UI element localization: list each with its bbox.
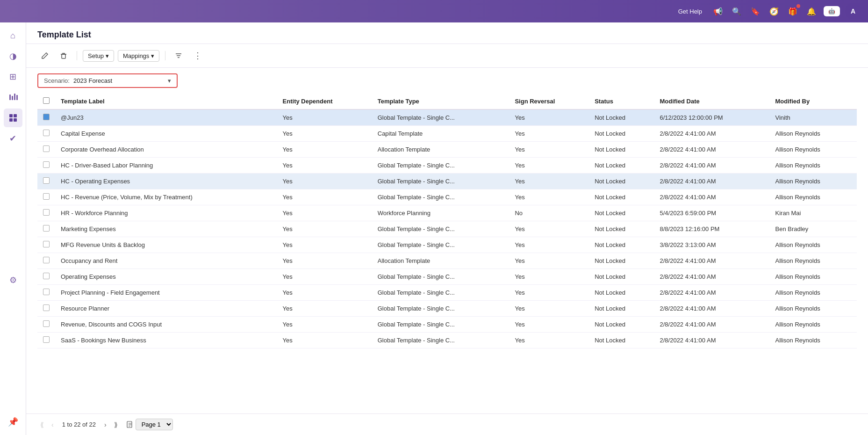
table-row[interactable]: HC - Driver-Based Labor PlanningYesGloba…: [37, 158, 857, 174]
cell-templateLabel: @Jun23: [55, 109, 277, 126]
sidebar-item-reports[interactable]: [4, 88, 22, 107]
sidebar-item-templates[interactable]: [4, 109, 22, 127]
table-row[interactable]: HR - Workforce PlanningYesWorkforce Plan…: [37, 205, 857, 221]
table-row[interactable]: Revenue, Discounts and COGS InputYesGlob…: [37, 317, 857, 333]
last-page-button[interactable]: ⟫: [111, 419, 121, 430]
edit-button[interactable]: [37, 50, 52, 61]
row-checkbox[interactable]: [43, 145, 50, 152]
next-page-button[interactable]: ›: [101, 419, 109, 430]
table-row[interactable]: MFG Revenue Units & BacklogYesGlobal Tem…: [37, 237, 857, 253]
row-checkbox-cell[interactable]: [37, 189, 55, 205]
filter-button[interactable]: [171, 50, 186, 61]
cell-signReversal: Yes: [509, 174, 589, 189]
page-select[interactable]: Page 1: [136, 419, 173, 430]
delete-button[interactable]: [56, 50, 71, 61]
sidebar-item-activity[interactable]: ◑: [4, 47, 22, 65]
table-row[interactable]: Corporate Overhead AllocationYesAllocati…: [37, 142, 857, 158]
row-checkbox-cell[interactable]: [37, 301, 55, 317]
row-checkbox[interactable]: [43, 114, 50, 120]
sidebar-item-tasks[interactable]: ✔: [4, 129, 22, 148]
row-checkbox-cell[interactable]: [37, 205, 55, 221]
cell-templateLabel: MFG Revenue Units & Backlog: [55, 237, 277, 253]
table-row[interactable]: HC - Operating ExpensesYesGlobal Templat…: [37, 174, 857, 189]
scenario-select-wrap[interactable]: Scenario: 2023 Forecast ▾: [37, 73, 178, 88]
row-checkbox[interactable]: [43, 209, 50, 216]
cell-entityDependent: Yes: [277, 158, 372, 174]
cell-modifiedDate: 2/8/2022 4:41:00 AM: [654, 174, 769, 189]
row-checkbox[interactable]: [43, 241, 50, 247]
table-row[interactable]: Marketing ExpensesYesGlobal Template - S…: [37, 221, 857, 237]
table-row[interactable]: SaaS - Bookings New BusinessYesGlobal Te…: [37, 333, 857, 348]
search-icon[interactable]: 🔍: [730, 5, 743, 18]
cell-entityDependent: Yes: [277, 301, 372, 317]
cell-modifiedDate: 2/8/2022 4:41:00 AM: [654, 269, 769, 285]
megaphone-icon[interactable]: 📢: [711, 5, 725, 18]
row-checkbox-cell[interactable]: [37, 253, 55, 269]
cell-modifiedBy: Allison Reynolds: [770, 189, 857, 205]
avatar[interactable]: A: [846, 4, 861, 19]
cell-modifiedBy: Allison Reynolds: [770, 253, 857, 269]
table-row[interactable]: Project Planning - Field EngagementYesGl…: [37, 285, 857, 301]
get-help-link[interactable]: Get Help: [678, 8, 702, 15]
header-template-label: Template Label: [55, 94, 277, 109]
more-button[interactable]: ⋮: [190, 49, 206, 63]
header-sign-reversal: Sign Reversal: [509, 94, 589, 109]
bot-button[interactable]: 🤖: [824, 6, 840, 16]
table-row[interactable]: Capital ExpenseYesCapital TemplateYesNot…: [37, 126, 857, 142]
row-checkbox-cell[interactable]: [37, 158, 55, 174]
page-range-text: 1 to 22 of 22: [62, 421, 96, 428]
row-checkbox[interactable]: [43, 289, 50, 295]
sidebar-item-pin[interactable]: 📌: [4, 413, 22, 431]
cell-signReversal: Yes: [509, 237, 589, 253]
header-checkbox[interactable]: [37, 94, 55, 109]
row-checkbox-cell[interactable]: [37, 333, 55, 348]
row-checkbox[interactable]: [43, 273, 50, 279]
row-checkbox-cell[interactable]: [37, 237, 55, 253]
cell-templateType: Global Template - Single C...: [372, 269, 509, 285]
setup-dropdown[interactable]: Setup ▾: [83, 50, 114, 62]
sidebar-item-dashboard[interactable]: ⊞: [4, 67, 22, 86]
row-checkbox-cell[interactable]: [37, 109, 55, 126]
row-checkbox-cell[interactable]: [37, 174, 55, 189]
cell-modifiedDate: 2/8/2022 4:41:00 AM: [654, 158, 769, 174]
cell-status: Not Locked: [589, 142, 654, 158]
row-checkbox-cell[interactable]: [37, 126, 55, 142]
row-checkbox[interactable]: [43, 336, 50, 343]
table-row[interactable]: HC - Revenue (Price, Volume, Mix by Trea…: [37, 189, 857, 205]
cell-signReversal: Yes: [509, 126, 589, 142]
cell-templateType: Global Template - Single C...: [372, 158, 509, 174]
row-checkbox[interactable]: [43, 161, 50, 168]
row-checkbox-cell[interactable]: [37, 317, 55, 333]
bell-icon[interactable]: 🔔: [805, 5, 818, 18]
sidebar-item-home[interactable]: ⌂: [4, 26, 22, 45]
table-row[interactable]: @Jun23YesGlobal Template - Single C...Ye…: [37, 109, 857, 126]
row-checkbox[interactable]: [43, 257, 50, 263]
svg-rect-0: [9, 94, 11, 100]
row-checkbox-cell[interactable]: [37, 221, 55, 237]
row-checkbox[interactable]: [43, 177, 50, 184]
cell-modifiedBy: Vinith: [770, 109, 857, 126]
sidebar-item-settings[interactable]: ⚙: [4, 271, 22, 290]
row-checkbox[interactable]: [43, 320, 50, 327]
row-checkbox[interactable]: [43, 225, 50, 232]
cell-signReversal: Yes: [509, 285, 589, 301]
cell-templateType: Global Template - Single C...: [372, 174, 509, 189]
mappings-dropdown[interactable]: Mappings ▾: [118, 50, 159, 62]
horizontal-scrollbar[interactable]: [26, 408, 868, 413]
row-checkbox-cell[interactable]: [37, 269, 55, 285]
row-checkbox[interactable]: [43, 193, 50, 200]
table-row[interactable]: Occupancy and RentYesAllocation Template…: [37, 253, 857, 269]
prev-page-button[interactable]: ‹: [49, 419, 57, 430]
bookmark-icon[interactable]: 🔖: [749, 5, 762, 18]
row-checkbox-cell[interactable]: [37, 285, 55, 301]
row-checkbox-cell[interactable]: [37, 142, 55, 158]
select-all-checkbox[interactable]: [43, 97, 50, 104]
header-modified-date: Modified Date: [654, 94, 769, 109]
row-checkbox[interactable]: [43, 304, 50, 311]
row-checkbox[interactable]: [43, 130, 50, 136]
compass-icon[interactable]: 🧭: [768, 5, 781, 18]
table-row[interactable]: Resource PlannerYesGlobal Template - Sin…: [37, 301, 857, 317]
table-row[interactable]: Operating ExpensesYesGlobal Template - S…: [37, 269, 857, 285]
first-page-button[interactable]: ⟪: [37, 419, 47, 430]
gift-icon[interactable]: 🎁: [786, 5, 799, 18]
